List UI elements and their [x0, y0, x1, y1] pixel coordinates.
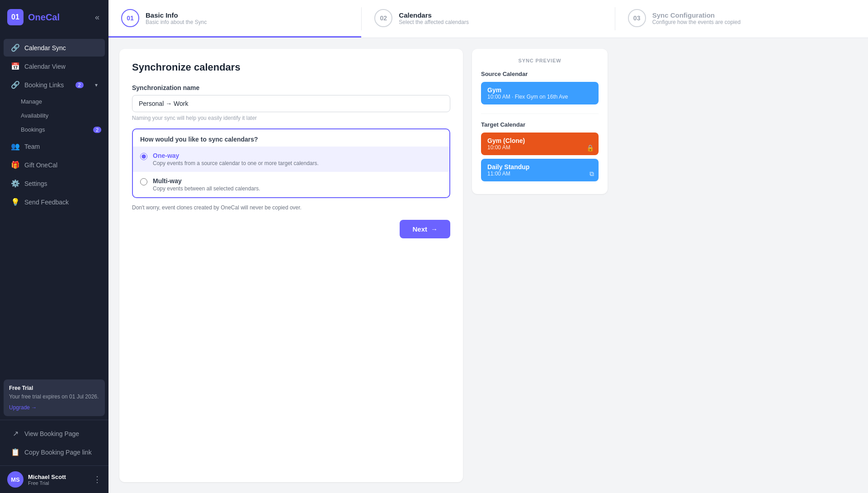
sidebar-item-label: Send Feedback: [24, 199, 69, 206]
link-label: View Booking Page: [24, 430, 79, 437]
user-profile: MS Michael Scott Free Trial ⋮: [0, 465, 108, 493]
source-label: Source Calendar: [481, 71, 599, 77]
sync-preview-title: SYNC PREVIEW: [481, 58, 599, 63]
booking-links-badge: 2: [75, 82, 84, 88]
target-event-gym-clone: Gym (Clone) 10:00 AM 🔒: [481, 133, 599, 155]
step-2-circle: 02: [374, 9, 392, 27]
sidebar: 01 OneCal « 🔗 Calendar Sync 📅 Calendar V…: [0, 0, 108, 493]
sync-type-question: How would you like to sync calendars?: [133, 129, 449, 147]
step-3[interactable]: 03 Sync Configuration Configure how the …: [615, 0, 868, 38]
sync-option-one-way[interactable]: One-way Copy events from a source calend…: [133, 147, 449, 172]
preview-divider: [481, 114, 599, 114]
free-trial-description: Your free trial expires on 01 Jul 2026.: [9, 393, 99, 401]
step-1-info: Basic Info Basic info about the Sync: [146, 11, 207, 25]
target-label: Target Calendar: [481, 121, 599, 128]
step-header: 01 Basic Info Basic info about the Sync …: [108, 0, 868, 38]
target-event-time-1: 10:00 AM: [487, 144, 592, 151]
one-way-label: One-way: [153, 152, 319, 159]
step-2-info: Calendars Select the affected calendars: [399, 11, 469, 25]
user-plan: Free Trial: [28, 480, 89, 486]
view-booking-page-link[interactable]: ↗ View Booking Page: [4, 425, 105, 442]
target-section: Target Calendar Gym (Clone) 10:00 AM 🔒 D…: [481, 121, 599, 181]
target-event-daily-standup: Daily Standup 11:00 AM ⧉: [481, 159, 599, 181]
step-1-title: Basic Info: [146, 11, 207, 19]
free-trial-box: Free Trial Your free trial expires on 01…: [4, 379, 105, 416]
external-link-icon: ↗: [11, 429, 20, 438]
bookings-badge: 2: [93, 127, 101, 133]
target-event-title-1: Gym (Clone): [487, 137, 592, 144]
step-3-info: Sync Configuration Configure how the eve…: [652, 11, 741, 25]
sidebar-item-label: Calendar View: [24, 63, 66, 70]
avatar: MS: [7, 471, 24, 488]
footer-links: ↗ View Booking Page 📋 Copy Booking Page …: [0, 420, 108, 465]
user-name: Michael Scott: [28, 474, 89, 480]
sidebar-item-label: Calendar Sync: [24, 44, 66, 52]
step-2[interactable]: 02 Calendars Select the affected calenda…: [362, 0, 614, 38]
multi-way-option-text: Multi-way Copy events between all select…: [153, 177, 260, 192]
next-button[interactable]: Next →: [400, 220, 450, 238]
copy-icon: 📋: [11, 448, 20, 456]
target-event-time-2: 11:00 AM: [487, 171, 592, 177]
one-way-option-text: One-way Copy events from a source calend…: [153, 152, 319, 166]
step-2-desc: Select the affected calendars: [399, 19, 469, 25]
user-info: Michael Scott Free Trial: [28, 474, 89, 486]
page-body: Synchronize calendars Synchronization na…: [108, 38, 868, 493]
step-3-desc: Configure how the events are copied: [652, 19, 741, 25]
sidebar-item-send-feedback[interactable]: 💡 Send Feedback: [4, 193, 105, 211]
sidebar-item-calendar-view[interactable]: 📅 Calendar View: [4, 57, 105, 75]
step-1[interactable]: 01 Basic Info Basic info about the Sync: [108, 0, 361, 38]
sync-name-hint: Naming your sync will help you easily id…: [132, 115, 450, 121]
source-section: Source Calendar Gym 10:00 AM · Flex Gym …: [481, 71, 599, 104]
sync-name-label: Synchronization name: [132, 84, 450, 91]
next-arrow-icon: →: [431, 225, 438, 233]
sidebar-item-label: Settings: [24, 180, 47, 187]
sync-footer-note: Don't worry, event clones created by One…: [132, 204, 450, 211]
source-event-title: Gym: [487, 86, 592, 94]
upgrade-button[interactable]: Upgrade →: [9, 404, 37, 411]
target-event-title-2: Daily Standup: [487, 163, 592, 171]
lock-icon: 🔒: [586, 144, 594, 152]
one-way-desc: Copy events from a source calendar to on…: [153, 160, 319, 166]
sidebar-sub-item-manage[interactable]: Manage: [0, 95, 108, 109]
link-label: Copy Booking Page link: [24, 449, 92, 456]
step-1-circle: 01: [121, 9, 139, 27]
sidebar-nav: 🔗 Calendar Sync 📅 Calendar View 🔗 Bookin…: [0, 34, 108, 376]
sidebar-item-settings[interactable]: ⚙️ Settings: [4, 175, 105, 192]
sidebar-item-gift-onecal[interactable]: 🎁 Gift OneCal: [4, 156, 105, 174]
booking-links-icon: 🔗: [11, 81, 20, 89]
sync-name-input[interactable]: [132, 95, 450, 112]
sync-option-multi-way[interactable]: Multi-way Copy events between all select…: [133, 172, 449, 197]
next-button-label: Next: [412, 225, 427, 233]
sidebar-item-booking-links[interactable]: 🔗 Booking Links 2 ▾: [4, 76, 105, 94]
sidebar-item-label: Team: [24, 143, 40, 150]
logo-area: 01 OneCal «: [0, 0, 108, 34]
form-card: Synchronize calendars Synchronization na…: [119, 49, 463, 482]
sidebar-item-team[interactable]: 👥 Team: [4, 137, 105, 155]
logo-badge: 01: [7, 9, 24, 25]
gift-icon: 🎁: [11, 161, 20, 169]
main-content: 01 Basic Info Basic info about the Sync …: [108, 0, 868, 493]
sync-preview-panel: SYNC PREVIEW Source Calendar Gym 10:00 A…: [472, 49, 608, 194]
sidebar-item-calendar-sync[interactable]: 🔗 Calendar Sync: [4, 39, 105, 57]
sidebar-sub-item-bookings[interactable]: Bookings 2: [0, 123, 108, 137]
logo-one: One: [28, 12, 46, 22]
one-way-radio[interactable]: [140, 153, 147, 160]
multi-way-radio[interactable]: [140, 178, 147, 185]
free-trial-title: Free Trial: [9, 385, 99, 391]
feedback-icon: 💡: [11, 198, 20, 206]
source-event-time: 10:00 AM · Flex Gym on 16th Ave: [487, 94, 592, 100]
sidebar-sub-item-availability[interactable]: Availability: [0, 109, 108, 123]
logo-cal: Cal: [46, 12, 60, 22]
user-menu-button[interactable]: ⋮: [93, 474, 101, 484]
step-3-circle: 03: [628, 9, 646, 27]
logo-text: OneCal: [28, 12, 60, 23]
sidebar-item-label: Gift OneCal: [24, 161, 57, 169]
calendar-view-icon: 📅: [11, 62, 20, 71]
sidebar-item-label: Booking Links: [24, 81, 64, 89]
calendar-sync-icon: 🔗: [11, 43, 20, 52]
collapse-sidebar-button[interactable]: «: [93, 11, 101, 24]
step-3-title: Sync Configuration: [652, 11, 741, 19]
copy-booking-page-link[interactable]: 📋 Copy Booking Page link: [4, 443, 105, 461]
clone-icon: ⧉: [590, 170, 594, 178]
page-title: Synchronize calendars: [132, 62, 450, 73]
